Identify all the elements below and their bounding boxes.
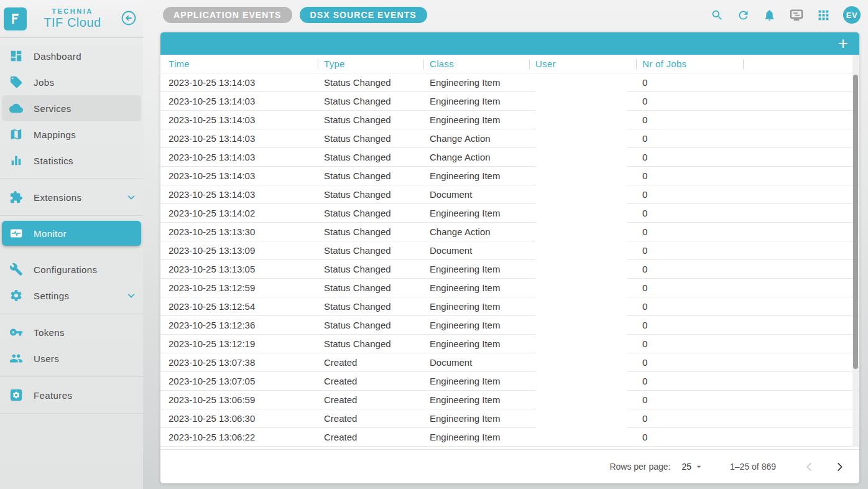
- class-cell: Change Action: [423, 129, 529, 147]
- wrench-icon: [8, 263, 24, 276]
- jobs-cell: 0: [636, 260, 743, 278]
- sidebar-item-monitor[interactable]: Monitor: [2, 221, 141, 246]
- monitor-icon: [8, 226, 24, 240]
- add-icon[interactable]: +: [833, 33, 853, 54]
- avatar[interactable]: EV: [843, 6, 861, 24]
- type-cell: Status Changed: [318, 316, 423, 334]
- column-header-user[interactable]: User: [529, 58, 636, 69]
- table-row[interactable]: 2023-10-25 13:14:02Status ChangedEnginee…: [160, 204, 859, 223]
- next-page-button[interactable]: [834, 461, 846, 473]
- table-row[interactable]: 2023-10-25 13:14:03Status ChangedChange …: [160, 129, 859, 148]
- empty-cell: [743, 353, 859, 371]
- jobs-cell: 0: [636, 204, 743, 222]
- jobs-cell: 0: [636, 372, 743, 390]
- column-header-nr-of-jobs[interactable]: Nr of Jobs: [636, 58, 743, 69]
- previous-page-button[interactable]: [803, 461, 815, 473]
- sidebar-item-statistics[interactable]: Statistics: [0, 147, 143, 174]
- class-cell: Engineering Item: [423, 92, 529, 110]
- sidebar-item-jobs[interactable]: Jobs: [0, 69, 143, 95]
- table-row[interactable]: 2023-10-25 13:14:03Status ChangedDocumen…: [160, 185, 859, 204]
- tab-application-events[interactable]: APPLICATION EVENTS: [163, 7, 292, 23]
- table-row[interactable]: 2023-10-25 13:07:05CreatedEngineering It…: [160, 372, 859, 391]
- table-row[interactable]: 2023-10-25 13:07:38CreatedDocument0: [160, 353, 859, 372]
- table-row[interactable]: 2023-10-25 13:12:54Status ChangedEnginee…: [160, 297, 859, 316]
- sidebar-group: DashboardJobsServicesMappingsStatistics: [0, 38, 143, 179]
- empty-cell: [743, 148, 859, 166]
- empty-cell: [743, 297, 859, 315]
- table-row[interactable]: 2023-10-25 13:12:36Status ChangedEnginee…: [160, 316, 859, 335]
- sidebar-item-extensions[interactable]: Extensions: [0, 184, 143, 210]
- vertical-scrollbar-thumb[interactable]: [853, 75, 858, 369]
- search-icon[interactable]: [711, 9, 724, 22]
- apps-grid-icon[interactable]: [817, 9, 830, 22]
- class-cell: Engineering Item: [423, 372, 529, 390]
- sidebar-item-mappings[interactable]: Mappings: [0, 121, 143, 147]
- jobs-cell: 0: [636, 279, 743, 297]
- table-row[interactable]: 2023-10-25 13:12:19Status ChangedEnginee…: [160, 335, 859, 353]
- rows-per-page-select[interactable]: 25: [681, 462, 704, 472]
- table-row[interactable]: 2023-10-25 13:14:03Status ChangedChange …: [160, 148, 859, 167]
- table-row[interactable]: 2023-10-25 13:14:03Status ChangedEnginee…: [160, 73, 859, 92]
- jobs-cell: 0: [636, 185, 743, 203]
- column-header-time[interactable]: Time: [160, 58, 318, 69]
- sidebar-item-label: Tokens: [34, 327, 65, 338]
- table-footer: Rows per page: 25 1–25 of 869: [160, 449, 859, 483]
- type-cell: Status Changed: [318, 204, 423, 222]
- empty-cell: [743, 428, 859, 446]
- time-cell: 2023-10-25 13:13:05: [160, 260, 318, 278]
- table-row[interactable]: 2023-10-25 13:06:59CreatedEngineering It…: [160, 391, 859, 409]
- tif-logo-icon: [4, 7, 27, 30]
- empty-cell: [743, 204, 859, 222]
- class-cell: Engineering Item: [423, 279, 529, 297]
- sidebar-item-features[interactable]: Features: [0, 382, 143, 408]
- sidebar-item-configurations[interactable]: Configurations: [0, 256, 143, 282]
- tab-dsx-source-events[interactable]: DSX SOURCE EVENTS: [300, 7, 427, 23]
- sidebar-group: ConfigurationsSettings: [0, 251, 143, 314]
- empty-cell: [743, 129, 859, 147]
- rows-per-page-value: 25: [681, 462, 691, 472]
- jobs-cell: 0: [636, 241, 743, 259]
- table-row[interactable]: 2023-10-25 13:13:05Status ChangedEnginee…: [160, 260, 859, 279]
- refresh-icon[interactable]: [737, 9, 750, 22]
- users-icon: [8, 352, 24, 365]
- page-range: 1–25 of 869: [730, 462, 776, 472]
- table-row[interactable]: 2023-10-25 13:13:09Status ChangedDocumen…: [160, 241, 859, 260]
- notifications-icon[interactable]: [763, 9, 776, 22]
- time-cell: 2023-10-25 13:06:30: [160, 409, 318, 427]
- table-row[interactable]: 2023-10-25 13:12:59Status ChangedEnginee…: [160, 279, 859, 297]
- time-cell: 2023-10-25 13:14:03: [160, 167, 318, 185]
- sidebar-item-settings[interactable]: Settings: [0, 282, 143, 309]
- table-row[interactable]: 2023-10-25 13:14:03Status ChangedEnginee…: [160, 167, 859, 185]
- type-cell: Created: [318, 391, 423, 409]
- table-row[interactable]: 2023-10-25 13:06:22CreatedEngineering It…: [160, 428, 859, 447]
- console-icon[interactable]: [789, 7, 804, 22]
- map-icon: [8, 128, 24, 141]
- table-row[interactable]: 2023-10-25 13:14:03Status ChangedEnginee…: [160, 92, 859, 111]
- sidebar-item-users[interactable]: Users: [0, 345, 143, 371]
- cloud-icon: [8, 101, 24, 115]
- type-cell: Status Changed: [318, 73, 423, 91]
- time-cell: 2023-10-25 13:07:38: [160, 353, 318, 371]
- time-cell: 2023-10-25 13:06:59: [160, 391, 318, 409]
- table-row[interactable]: 2023-10-25 13:06:30CreatedEngineering It…: [160, 409, 859, 428]
- class-cell: Engineering Item: [423, 297, 529, 315]
- time-cell: 2023-10-25 13:12:36: [160, 316, 318, 334]
- class-cell: Engineering Item: [423, 111, 529, 129]
- table-row[interactable]: 2023-10-25 13:13:30Status ChangedChange …: [160, 223, 859, 241]
- sidebar-item-tokens[interactable]: Tokens: [0, 319, 143, 345]
- class-cell: Engineering Item: [423, 335, 529, 353]
- sidebar-item-services[interactable]: Services: [2, 95, 141, 121]
- time-cell: 2023-10-25 13:13:09: [160, 241, 318, 259]
- table-row[interactable]: 2023-10-25 13:14:03Status ChangedEnginee…: [160, 111, 859, 129]
- time-cell: 2023-10-25 13:06:22: [160, 428, 318, 446]
- collapse-sidebar-button[interactable]: [119, 9, 138, 28]
- empty-cell: [743, 391, 859, 409]
- column-header-type[interactable]: Type: [318, 58, 423, 69]
- column-header-class[interactable]: Class: [423, 58, 529, 69]
- sidebar-item-label: Settings: [34, 291, 69, 301]
- jobs-cell: 0: [636, 353, 743, 371]
- class-cell: Engineering Item: [423, 167, 529, 185]
- class-cell: Engineering Item: [423, 428, 529, 446]
- sidebar-item-dashboard[interactable]: Dashboard: [0, 43, 143, 69]
- gear-icon: [8, 289, 24, 302]
